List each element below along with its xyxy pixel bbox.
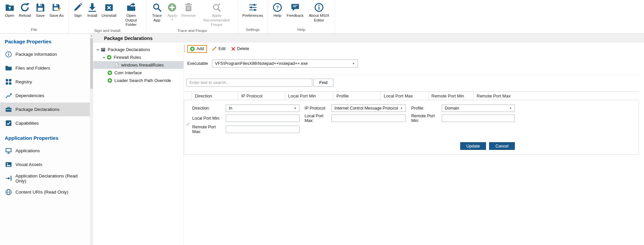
open-button[interactable]: Open <box>3 2 16 18</box>
rules-grid: Direction IP Protocol Local Port Min Pro… <box>184 91 639 155</box>
checkbox-check-icon <box>5 120 12 127</box>
tree-item-com-interface[interactable]: Com Interface <box>93 69 183 77</box>
apply-recommended-fixups-button[interactable]: Apply Recommended Fixups <box>198 2 235 28</box>
sign-button[interactable]: Sign <box>71 2 85 18</box>
ribbon-group-settings: Preferences Settings <box>238 0 268 33</box>
local-port-min-input[interactable] <box>226 115 300 122</box>
button-label: Preferences <box>243 13 263 18</box>
button-label: Save As <box>49 13 63 18</box>
pencil-icon <box>212 46 217 51</box>
executable-dropdown[interactable]: VFS\ProgramFilesX86\Notepad++\notepad++.… <box>212 59 358 68</box>
sidebar-item-content-uris[interactable]: Content URIs (Read Only) <box>0 185 90 199</box>
edit-row-pencil-icon <box>186 122 190 127</box>
ribbon-group-label: File <box>3 27 65 33</box>
info-icon <box>5 51 12 58</box>
tree-item-label: Com Interface <box>114 70 142 75</box>
red-x-icon <box>231 47 235 51</box>
sliders-icon <box>248 2 258 12</box>
ribbon-group-help: ? Help Feedback About MSIX Editor Help <box>268 0 335 33</box>
sidebar-item-application-declarations[interactable]: Application Declarations (Read Only) <box>0 171 90 185</box>
chevron-down-icon: ▼ <box>509 107 512 110</box>
sidebar-item-registry[interactable]: Registry <box>0 75 90 89</box>
column-header-remote-port-max[interactable]: Remote Port Max <box>474 92 639 100</box>
sidebar-section-title: Application Properties <box>0 130 90 144</box>
remote-port-max-input[interactable] <box>226 126 300 133</box>
profile-label: Profile: <box>406 106 442 111</box>
sidebar-item-label: Applications <box>15 148 40 153</box>
plus-circle-icon <box>107 55 112 60</box>
chevron-down-icon: ▼ <box>294 107 297 110</box>
executable-row: Executable VFS\ProgramFilesX86\Notepad++… <box>187 59 639 68</box>
delete-button-label: Delete <box>237 46 249 51</box>
ip-protocol-dropdown[interactable]: Internet Control Message Protocol v4 (I.… <box>331 105 406 112</box>
preferences-button[interactable]: Preferences <box>241 2 265 18</box>
tree-item-firewall-rules[interactable]: Firewall Rules <box>93 53 183 61</box>
sidebar-item-files-and-folders[interactable]: Files and Folders <box>0 61 90 75</box>
folder-icon <box>5 65 12 72</box>
tree-item-windows-firewallrules[interactable]: windows.firewallRules <box>93 61 183 69</box>
button-label: Save <box>36 13 45 18</box>
sidebar-item-visual-assets[interactable]: Visual Assets <box>0 158 90 171</box>
edit-button[interactable]: Edit <box>209 45 228 53</box>
local-port-max-label: Local Port Max: <box>300 114 331 123</box>
direction-label: Direction: <box>192 106 226 111</box>
ribbon-group-label: Help <box>271 27 332 33</box>
tree-item-package-declarations[interactable]: Package Declarations <box>93 46 183 53</box>
sidebar-item-applications[interactable]: Applications <box>0 144 90 158</box>
help-button[interactable]: ? Help <box>271 2 284 18</box>
package-box-icon <box>101 47 106 52</box>
remote-port-min-input[interactable] <box>442 115 515 122</box>
column-header-profile[interactable]: Profile <box>333 92 381 100</box>
page-title: Package Declarations <box>93 34 644 43</box>
feedback-button[interactable]: Feedback <box>285 2 306 18</box>
sidebar-item-package-declarations[interactable]: Package Declarations <box>0 103 90 116</box>
trace-app-button[interactable]: Trace App <box>149 2 165 23</box>
update-button[interactable]: Update <box>460 142 486 150</box>
button-label: Feedback <box>287 13 304 18</box>
add-button[interactable]: Add <box>187 45 207 53</box>
separator <box>184 75 639 75</box>
profile-dropdown[interactable]: Domain ▼ <box>442 105 515 112</box>
button-label: Apply Recommended Fixups <box>200 13 233 27</box>
sidebar-item-package-information[interactable]: Package Information <box>0 47 90 61</box>
tree-item-label: Package Declarations <box>108 47 150 52</box>
sidebar-item-label: Package Information <box>15 52 57 57</box>
column-header-ip-protocol[interactable]: IP Protocol <box>238 92 285 100</box>
sidebar-item-capabilities[interactable]: Capabilities <box>0 116 90 130</box>
column-header-local-port-min[interactable]: Local Port Min <box>285 92 333 100</box>
about-msix-editor-button[interactable]: About MSIX Editor <box>306 2 332 23</box>
scrollbar-up-arrow[interactable]: ▲ <box>90 35 93 37</box>
scrollbar-thumb[interactable] <box>90 38 93 89</box>
tree-item-loader-search-path-override[interactable]: Loader Search Path Override <box>93 77 183 84</box>
sidebar-item-label: Files and Folders <box>15 66 50 71</box>
uninstall-button[interactable]: Uninstall <box>100 2 118 18</box>
sidebar-scrollbar[interactable]: ▲ <box>90 34 93 245</box>
direction-dropdown[interactable]: In ▼ <box>226 105 300 112</box>
button-label: Trace App <box>151 13 163 23</box>
add-button-label: Add <box>197 46 204 51</box>
save-button[interactable]: Save <box>33 2 47 18</box>
button-label: Reload <box>19 13 31 18</box>
cancel-button[interactable]: Cancel <box>489 142 515 150</box>
save-as-button[interactable]: Save As <box>48 2 65 18</box>
trash-icon <box>183 2 194 12</box>
reload-button[interactable]: Reload <box>17 2 33 18</box>
search-input[interactable] <box>186 79 312 87</box>
button-label: Apply <box>167 13 177 18</box>
column-header-direction[interactable]: Direction <box>192 92 238 100</box>
column-header-local-port-max[interactable]: Local Port Max <box>381 92 428 100</box>
chevron-down-icon[interactable] <box>96 48 100 51</box>
open-output-folder-button[interactable]: Open Output Folder <box>119 2 144 28</box>
find-button[interactable]: Find <box>313 79 333 87</box>
install-button[interactable]: Install <box>86 2 99 18</box>
briefcase-icon <box>5 106 12 113</box>
toolbar-grip[interactable] <box>184 45 185 52</box>
local-port-max-input[interactable] <box>331 115 406 122</box>
apply-button[interactable]: Apply ▾ <box>165 2 179 22</box>
remove-button[interactable]: Remove <box>180 2 198 18</box>
button-label: About MSIX Editor <box>308 13 330 23</box>
sidebar-item-dependencies[interactable]: Dependencies <box>0 89 90 103</box>
delete-button[interactable]: Delete <box>228 45 252 52</box>
chevron-down-icon[interactable] <box>102 56 106 59</box>
column-header-remote-port-min[interactable]: Remote Port Min <box>428 92 474 100</box>
